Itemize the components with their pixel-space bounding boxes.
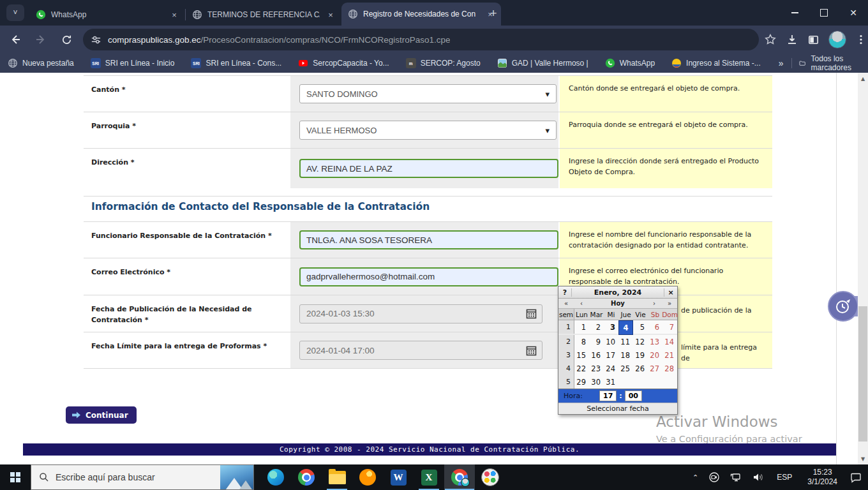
- profile-avatar[interactable]: [828, 31, 846, 48]
- fecha-publicacion-datetime-input[interactable]: 2024-01-03 15:30: [299, 304, 542, 323]
- calendar-day[interactable]: 21: [662, 348, 677, 362]
- calendar-week-number[interactable]: 1: [558, 320, 574, 334]
- calendar-week-number[interactable]: 5: [558, 375, 574, 389]
- bookmark-item[interactable]: SRISRI en Línea - Cons...: [191, 58, 281, 68]
- calendar-week-number[interactable]: 3: [558, 348, 574, 362]
- calendar-day[interactable]: 19: [633, 348, 648, 362]
- all-bookmarks-button[interactable]: Todos los marcadores: [799, 54, 859, 72]
- calendar-day[interactable]: 30: [589, 375, 604, 389]
- calendar-day[interactable]: 7: [662, 320, 677, 334]
- taskbar-app-chrome[interactable]: [291, 464, 322, 490]
- canton-select[interactable]: SANTO DOMINGO▾: [299, 84, 557, 103]
- funcionario-input[interactable]: TNLGA. ANA SOSA TESORERA: [299, 230, 558, 249]
- hour-spinner[interactable]: 17: [599, 390, 617, 401]
- prev-year-button[interactable]: «: [558, 300, 574, 307]
- start-button[interactable]: [0, 464, 31, 490]
- fecha-publicacion-calendar-button[interactable]: [521, 306, 541, 322]
- new-tab-button[interactable]: +: [485, 5, 502, 22]
- calendar-day[interactable]: 1: [574, 320, 589, 334]
- calendar-close-button[interactable]: ×: [664, 288, 677, 297]
- calendar-day[interactable]: 26: [633, 362, 648, 375]
- calendar-day[interactable]: 20: [648, 348, 662, 362]
- calendar-day-selected[interactable]: 4: [618, 320, 633, 335]
- scroll-down-arrow[interactable]: ▼: [858, 453, 868, 464]
- scrollbar-thumb[interactable]: [858, 306, 867, 442]
- correo-input[interactable]: gadprvallehermoso@hotmail.com: [299, 267, 558, 286]
- calendar-day[interactable]: 11: [618, 335, 633, 348]
- forward-button[interactable]: [31, 29, 51, 50]
- calendar-day[interactable]: 5: [633, 320, 648, 334]
- browser-tab[interactable]: TERMINOS DE REFERENCIA CAN×: [186, 4, 341, 26]
- calendar-week-number[interactable]: 4: [558, 362, 574, 375]
- taskbar-app-paint[interactable]: [475, 464, 505, 490]
- bookmark-item[interactable]: GAD | Valle Hermoso |: [497, 58, 588, 68]
- direccion-input[interactable]: AV. REINA DE LA PAZ: [299, 159, 558, 178]
- calendar-day[interactable]: 29: [574, 375, 589, 389]
- calendar-day[interactable]: 2: [589, 320, 604, 334]
- continue-button[interactable]: Continuar: [66, 406, 137, 424]
- taskbar-clock[interactable]: 15:23 3/1/2024: [801, 464, 844, 490]
- weather-widget[interactable]: [220, 465, 253, 489]
- calendar-day[interactable]: 18: [618, 348, 633, 362]
- calendar-day[interactable]: 27: [648, 362, 662, 375]
- window-minimize-button[interactable]: [780, 0, 809, 26]
- tray-expand-button[interactable]: ⌃: [689, 464, 702, 490]
- bookmark-item[interactable]: SRISRI en Línea - Inicio: [91, 58, 175, 68]
- reload-button[interactable]: [56, 29, 77, 50]
- calendar-day[interactable]: 28: [662, 362, 677, 375]
- bookmark-item[interactable]: Ingreso al Sistema -...: [671, 58, 761, 68]
- bookmarks-overflow-button[interactable]: »: [779, 58, 784, 68]
- notification-center-button[interactable]: [846, 464, 865, 490]
- calendar-day[interactable]: 14: [662, 335, 677, 348]
- fecha-limite-calendar-button[interactable]: [521, 342, 541, 359]
- meet-now-icon[interactable]: [705, 464, 724, 490]
- taskbar-app-file-explorer[interactable]: [322, 464, 352, 490]
- tab-close-button[interactable]: ×: [325, 9, 336, 20]
- calendar-day[interactable]: 9: [589, 335, 604, 348]
- calendar-day[interactable]: 12: [633, 335, 648, 348]
- calendar-day[interactable]: 25: [618, 362, 633, 375]
- address-bar[interactable]: compraspublicas.gob.ec/ProcesoContrataci…: [83, 29, 759, 50]
- bookmark-star-icon[interactable]: [764, 33, 777, 46]
- taskbar-app-firefox[interactable]: [352, 464, 383, 490]
- tab-search-button[interactable]: ˅: [6, 4, 24, 21]
- calendar-day[interactable]: 16: [589, 348, 604, 362]
- today-button[interactable]: Hoy: [589, 300, 647, 307]
- browser-tab[interactable]: Registro de Necesidades de Con×: [341, 3, 501, 26]
- taskbar-search-box[interactable]: Escribe aquí para buscar: [31, 464, 254, 490]
- volume-icon[interactable]: [749, 464, 768, 490]
- calendar-day[interactable]: 3: [604, 320, 618, 334]
- fecha-limite-datetime-input[interactable]: 2024-01-04 17:00: [299, 341, 542, 360]
- bookmark-item[interactable]: mSERCOP: Agosto: [406, 58, 481, 68]
- language-indicator[interactable]: ESP: [770, 464, 798, 490]
- downloads-icon[interactable]: [786, 33, 798, 46]
- bookmark-item[interactable]: Nueva pestaña: [8, 58, 74, 68]
- scroll-up-arrow[interactable]: ▲: [858, 73, 868, 84]
- calendar-day[interactable]: 17: [604, 348, 618, 362]
- calendar-day[interactable]: 31: [604, 375, 618, 389]
- calendar-help-button[interactable]: ?: [558, 288, 572, 297]
- prev-month-button[interactable]: ‹: [574, 300, 589, 307]
- calendar-day[interactable]: 10: [604, 335, 618, 348]
- next-year-button[interactable]: »: [662, 300, 677, 307]
- calendar-day[interactable]: 13: [648, 335, 662, 348]
- back-button[interactable]: [5, 29, 26, 50]
- browser-tab[interactable]: WhatsApp×: [29, 4, 185, 26]
- window-close-button[interactable]: ✕: [839, 0, 868, 26]
- tab-close-button[interactable]: ×: [168, 9, 180, 20]
- calendar-day[interactable]: 23: [589, 362, 604, 375]
- minute-spinner[interactable]: 00: [625, 390, 642, 401]
- taskbar-app-word[interactable]: W: [383, 464, 414, 490]
- network-icon[interactable]: [726, 464, 746, 490]
- calendar-day[interactable]: 15: [574, 348, 589, 362]
- parroquia-select[interactable]: VALLE HERMOSO▾: [299, 121, 557, 140]
- calendar-day[interactable]: 6: [648, 320, 662, 334]
- calendar-week-number[interactable]: 2: [558, 335, 574, 348]
- chrome-menu-icon[interactable]: [855, 34, 867, 45]
- page-scrollbar[interactable]: ▲ ▼: [858, 73, 868, 464]
- side-panel-icon[interactable]: [807, 34, 819, 46]
- taskbar-app-chrome-profile[interactable]: [444, 464, 475, 490]
- calendar-day[interactable]: 22: [574, 362, 589, 375]
- calendar-day[interactable]: 8: [574, 335, 589, 348]
- window-maximize-button[interactable]: [809, 0, 839, 26]
